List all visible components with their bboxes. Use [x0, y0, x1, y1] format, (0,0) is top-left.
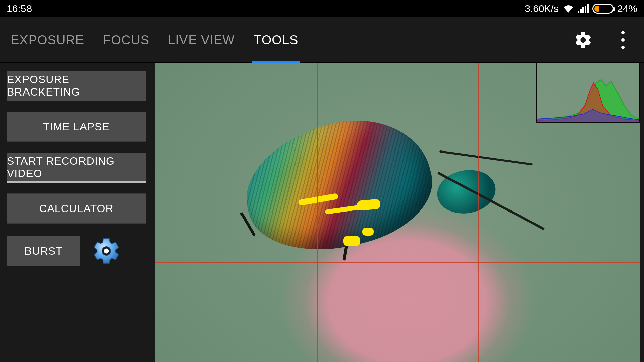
wifi-icon [562, 4, 574, 13]
burst-button[interactable]: BURST [7, 236, 80, 266]
kebab-icon [621, 31, 625, 34]
start-recording-video-button[interactable]: START RECORDING VIDEO [7, 153, 146, 183]
cellular-signal-icon [578, 4, 589, 13]
status-network-speed: 3.60K/s [525, 3, 559, 14]
tab-focus[interactable]: FOCUS [102, 18, 151, 62]
gear-icon [574, 31, 593, 49]
svg-rect-3 [585, 6, 586, 13]
focus-peaking-highlight [343, 236, 360, 246]
tab-bar: EXPOSURE FOCUS LIVE VIEW TOOLS [0, 17, 644, 63]
time-lapse-button[interactable]: TIME LAPSE [7, 112, 146, 142]
svg-rect-2 [582, 7, 584, 13]
svg-rect-1 [580, 9, 582, 13]
main-area: EXPOSURE BRACKETING TIME LAPSE START REC… [0, 63, 644, 362]
status-battery-percent: 24% [617, 3, 637, 14]
burst-row: BURST [7, 234, 146, 268]
status-bar: 16:58 3.60K/s 24% [0, 0, 644, 17]
tab-live-view[interactable]: LIVE VIEW [167, 18, 236, 62]
burst-settings-button[interactable] [90, 234, 123, 268]
histogram-overlay [536, 63, 640, 123]
svg-rect-4 [587, 4, 589, 13]
calculator-button[interactable]: CALCULATOR [7, 193, 146, 224]
gear-icon [92, 236, 122, 266]
battery-icon [592, 4, 614, 14]
live-view-subject [218, 108, 485, 272]
settings-button[interactable] [572, 28, 595, 52]
tab-tools[interactable]: TOOLS [252, 18, 300, 62]
overflow-menu-button[interactable] [611, 28, 635, 52]
svg-rect-0 [578, 11, 579, 13]
exposure-bracketing-button[interactable]: EXPOSURE BRACKETING [7, 71, 146, 101]
tools-sidebar: EXPOSURE BRACKETING TIME LAPSE START REC… [0, 63, 153, 362]
tab-exposure[interactable]: EXPOSURE [9, 18, 86, 62]
live-view-preview[interactable] [155, 63, 640, 362]
status-time: 16:58 [7, 3, 32, 14]
svg-point-5 [104, 249, 109, 254]
focus-peaking-highlight [362, 228, 374, 236]
